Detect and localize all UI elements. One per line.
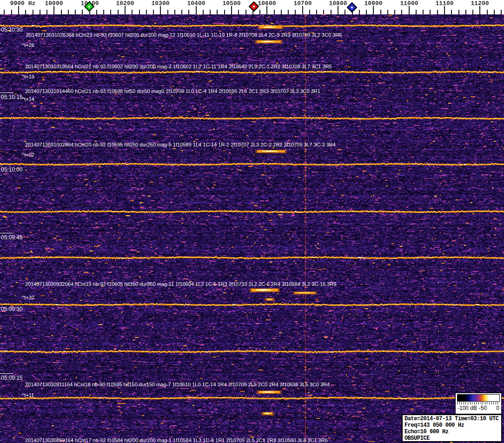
marker-dot [88, 5, 91, 8]
info-freq: Freq=143 050 000 Hz [405, 422, 499, 429]
color-scale-gradient [457, 394, 500, 402]
freq-tick-label: 10500 [222, 0, 240, 7]
event-time-offset: ^t+14 [22, 96, 34, 102]
time-label: 05:10:30 [1, 26, 23, 33]
event-annotation: 20140713030911164 hCnt18 nb-90 f10595 hi… [25, 382, 330, 387]
time-label: 05:10:15 [1, 94, 23, 100]
freq-tick-label: 11100 [435, 0, 453, 7]
event-time-offset: ^t+19 [22, 74, 34, 79]
time-tick [0, 233, 13, 233]
legend-label-max: 0 [496, 405, 499, 411]
freq-tick-label: 10200 [116, 0, 134, 7]
info-station: OBSUPICE [405, 435, 499, 442]
freq-tick-label: 10400 [187, 0, 205, 7]
time-label: 05:09:15 [1, 375, 23, 381]
info-echo: Echo=10 600 Hz [405, 429, 499, 435]
time-tick [0, 93, 13, 93]
event-annotation: 20140713031019664 hCnt22 nb-92 f10602 hi… [25, 64, 332, 69]
db-scale-legend: -100 dB -50 0 [455, 393, 502, 414]
freq-tick-label: 11200 [471, 0, 489, 7]
legend-label-min: -100 dB [458, 405, 477, 411]
info-box: Date=2014-07-13 Time=03:10 UTC Freq=143 … [402, 414, 502, 442]
freq-tick-label: 10300 [151, 0, 169, 7]
freq-tick-label: 10800 [329, 0, 347, 7]
freq-tick-label: 11000 [400, 0, 418, 7]
event-time-offset: ^t+02 [22, 152, 34, 158]
freq-tick-label: 10000 [45, 0, 63, 7]
event-time-offset: ^t+11 [22, 392, 34, 398]
meteor-spectrogram-app: 9900 Hz 10000 10100 10200 10300 10400 10… [0, 0, 504, 443]
event-annotation: 20140713030859164 hCnt17 nb-92 f10584 hi… [25, 437, 328, 443]
legend-ticks [457, 402, 500, 404]
event-annotation: 20140713030932064 hCnt19 nb-92 f10605 hi… [25, 281, 337, 287]
event-time-offset: ^t+32 [22, 295, 34, 300]
event-annotation: 20140713031014460 hCnt21 nb-93 f10598 hi… [25, 88, 320, 94]
time-label: 05:09:30 [1, 306, 23, 312]
marker-dot [351, 6, 353, 9]
time-label: 05:10:00 [1, 166, 23, 173]
freq-tick-label: 10600 [258, 0, 276, 7]
marker-dot [252, 5, 255, 8]
legend-label-mid: -50 [479, 405, 487, 411]
event-annotation: 20140713031002864 hCnt20 nb-92 f10595 hi… [25, 142, 336, 147]
freq-tick-label: 10700 [293, 0, 312, 7]
event-time-offset: ^t+26 [22, 42, 34, 48]
time-tick [0, 373, 13, 374]
legend-labels: -100 dB -50 0 [457, 405, 500, 412]
time-label: 05:09:45 [1, 234, 23, 241]
event-annotation: 20140713031026368 hCnt23 nb-93 f10607 hi… [26, 32, 342, 38]
freq-tick-label: 10900 [364, 0, 382, 7]
info-date-time: Date=2014-07-13 Time=03:10 UTC [405, 416, 499, 422]
freq-tick-label: 9900 Hz [10, 0, 36, 7]
